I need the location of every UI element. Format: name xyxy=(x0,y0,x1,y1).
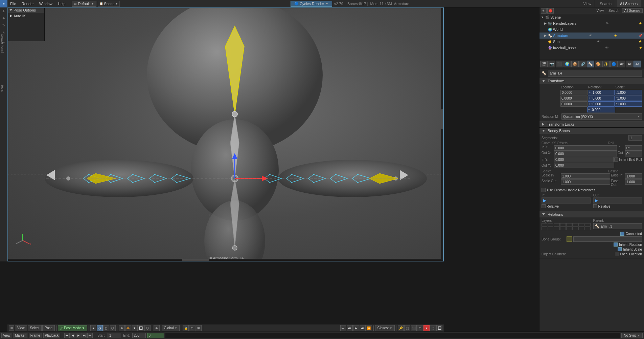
outliner-icon2[interactable]: 🔴 xyxy=(547,8,554,14)
loc-z-field[interactable]: 0.0000 xyxy=(560,101,588,107)
fuzzball-eye[interactable]: 👁 xyxy=(604,45,609,50)
rot-w-field[interactable]: + :0.000 xyxy=(587,107,616,112)
bone-group-color[interactable] xyxy=(567,236,572,242)
loc-x-field[interactable]: 0.0000 xyxy=(560,90,588,95)
renderlayers-icon2[interactable]: ⚡ xyxy=(638,21,643,26)
in-handle-field[interactable]: ▶ xyxy=(542,197,591,204)
layer-11[interactable] xyxy=(560,227,566,230)
tool-rotate[interactable]: ↻ xyxy=(0,22,7,29)
tree-scene[interactable]: ▼ 🎬 Scene xyxy=(539,14,644,20)
scale-y-field[interactable]: :1.000 xyxy=(615,96,642,101)
rot-z-field[interactable]: + :0.000 xyxy=(588,101,615,107)
timeline-frame-btn[interactable]: Frame xyxy=(29,333,42,338)
scale-z-field[interactable]: :1.000 xyxy=(615,101,642,107)
snap-btn2[interactable]: ⊡ xyxy=(189,325,195,331)
prop-tab-extra1[interactable]: Ar xyxy=(618,61,625,67)
fuzzball-icon2[interactable]: ⚡ xyxy=(638,45,643,50)
outliner-search[interactable]: Search xyxy=(606,9,621,13)
end-frame-field[interactable]: 250 xyxy=(132,333,146,338)
tree-sun[interactable]: ▶ ☀️ Sun 👁 ⚡ xyxy=(539,39,644,45)
pose-menu-btn[interactable]: Pose xyxy=(42,325,55,331)
loc-y-field[interactable]: 0.0000 xyxy=(560,96,588,101)
rot-y-field[interactable]: + :0.000 xyxy=(588,96,615,101)
in-x-field[interactable]: 0.000 xyxy=(554,145,617,151)
tb-icon4[interactable]: 🔳 xyxy=(138,325,144,331)
prop-tab-object[interactable]: 📦 xyxy=(571,61,579,67)
timeline-view-btn[interactable]: View xyxy=(1,333,12,338)
anim-btn4[interactable]: ⏭ xyxy=(360,325,366,331)
segments-field[interactable]: 1 xyxy=(628,135,642,141)
timeline-play[interactable]: ▶ xyxy=(76,333,81,338)
in-y-field[interactable]: 0.000 xyxy=(554,157,614,162)
parent-field[interactable]: 🦴 arm_l.3 xyxy=(593,223,642,229)
tree-armature[interactable]: ▶ 🦴 Armature 👁 ⚡ 📌 xyxy=(539,33,644,39)
layer-14[interactable] xyxy=(578,227,584,230)
tree-renderlayers[interactable]: ▶ 📷 RenderLayers 👁 ⚡ xyxy=(539,20,644,26)
current-frame-field[interactable]: 0 xyxy=(147,333,164,338)
prop-tab-extra2[interactable]: Ar xyxy=(626,61,633,67)
snap-btn3[interactable]: ⊞ xyxy=(196,325,202,331)
armature-eye[interactable]: 👁 xyxy=(589,33,593,38)
global-select[interactable]: Global ▼ xyxy=(162,325,180,331)
viewport-3d[interactable]: Front Ortho xyxy=(7,7,444,261)
prop-tab-render[interactable]: 📷 xyxy=(548,61,555,67)
menu-render[interactable]: Render xyxy=(19,0,37,7)
inherit-scale-cb[interactable] xyxy=(618,247,622,251)
out-roll-field[interactable]: 0° xyxy=(625,151,642,156)
tool-cursor[interactable]: ✛ xyxy=(0,8,7,15)
layer-8[interactable] xyxy=(542,227,547,230)
scene-name[interactable]: Default xyxy=(78,2,90,6)
scale-in-field[interactable]: 1.000 xyxy=(561,173,610,179)
in-roll-field[interactable]: 0° xyxy=(625,145,642,151)
bendy-bones-header[interactable]: Bendy Bones xyxy=(539,128,644,134)
bone-name-input[interactable] xyxy=(548,70,642,77)
menu-help[interactable]: Help xyxy=(55,0,68,7)
anim-btn3[interactable]: ▶ xyxy=(353,325,359,331)
timeline-prev-frame[interactable]: ◀ xyxy=(70,333,75,338)
outliner-view[interactable]: View xyxy=(595,9,606,13)
out-y-field[interactable]: 0.000 xyxy=(554,163,614,168)
render-mode-btn-mat[interactable]: ⬡ xyxy=(110,325,116,331)
anim-btn5[interactable]: ⏩ xyxy=(366,325,372,331)
key-btn2[interactable]: ⬚ xyxy=(404,325,410,331)
connected-cb[interactable] xyxy=(620,232,624,236)
armature-icon3[interactable]: 📌 xyxy=(638,33,643,38)
menu-file[interactable]: File xyxy=(7,0,19,7)
timeline-track[interactable] xyxy=(165,333,620,338)
prop-tab-material[interactable]: 🎨 xyxy=(595,61,602,67)
key-btn4[interactable]: ⊡ xyxy=(417,325,423,331)
layer-15[interactable] xyxy=(584,227,590,230)
auto-ik-item[interactable]: Auto IK xyxy=(7,13,44,19)
tb-icon3[interactable]: ▼ xyxy=(132,325,138,331)
layer-3[interactable] xyxy=(560,223,566,227)
tree-world[interactable]: ▶ 🌍 World xyxy=(539,26,644,33)
prop-tab-extra3[interactable]: Ar xyxy=(634,61,641,67)
timeline-playback-btn[interactable]: Playback xyxy=(43,333,61,338)
select-menu-btn[interactable]: Select xyxy=(28,325,42,331)
render-engine[interactable]: Cycles Render xyxy=(300,2,324,6)
layer-10[interactable] xyxy=(554,227,559,230)
key-btn1[interactable]: 🔑 xyxy=(398,325,404,331)
key-btn3[interactable]: ⬛ xyxy=(411,325,417,331)
pose-mode-select[interactable]: 🖊 Pose Mode ▼ xyxy=(58,325,87,331)
outliner-allscenes[interactable]: All Scenes xyxy=(622,8,643,13)
prop-tab-scene[interactable]: 🎬 xyxy=(540,61,548,67)
anim-btn2[interactable]: ⏭ xyxy=(347,325,353,331)
relations-header[interactable]: Relations xyxy=(539,211,644,217)
layer-5[interactable] xyxy=(572,223,578,227)
header-search-btn[interactable]: Search xyxy=(596,0,615,7)
prop-tab-layers[interactable]: ⬛ xyxy=(556,61,563,67)
timeline-next-frame[interactable]: ▶| xyxy=(82,333,87,338)
tb-icon2[interactable]: 🔆 xyxy=(125,325,131,331)
prop-tab-physics[interactable]: 🔵 xyxy=(610,61,618,67)
viewport-hscrollbar[interactable] xyxy=(7,259,444,261)
ease-in-field[interactable]: 1.000 xyxy=(625,173,642,179)
tree-fuzzball[interactable]: ▶ 🔮 fuzzball_base 👁 ⚡ xyxy=(539,45,644,51)
scale-out-field[interactable]: 1.000 xyxy=(561,179,610,185)
timeline-jump-end[interactable]: ⏭ xyxy=(87,333,93,338)
header-view-btn[interactable]: View xyxy=(580,0,595,7)
render-mode-btn-wire[interactable]: ◻ xyxy=(103,325,109,331)
layer-0[interactable] xyxy=(542,223,547,227)
layer-12[interactable] xyxy=(566,227,572,230)
layer-2[interactable] xyxy=(554,223,559,227)
